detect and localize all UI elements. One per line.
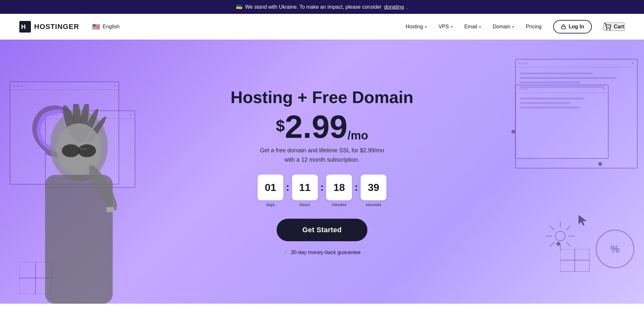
cart-button[interactable]: Cart	[603, 23, 625, 31]
hero-content: Hosting + Free Domain $ 2.99 /mo Get a f…	[231, 87, 413, 256]
nav-item-hosting[interactable]: Hosting ▾	[406, 24, 427, 30]
nav-item-vps[interactable]: VPS ▾	[439, 24, 453, 30]
sep-2: :	[319, 181, 325, 193]
purple-dot-1	[511, 130, 515, 134]
domain-chevron-icon: ▾	[512, 25, 514, 29]
countdown-minutes: 18 minutes	[326, 175, 352, 207]
language-selector[interactable]: 🇺🇸 English	[92, 23, 119, 31]
svg-point-4	[610, 29, 610, 30]
svg-rect-19	[80, 148, 87, 150]
svg-point-17	[62, 144, 80, 157]
seconds-label: seconds	[366, 202, 381, 207]
days-label: days	[266, 202, 275, 207]
svg-text:H: H	[21, 23, 26, 30]
donate-link[interactable]: donating	[384, 4, 404, 10]
guarantee-label: 30-day money-back guarantee	[291, 250, 361, 255]
check-icon: ✓	[283, 249, 288, 256]
countdown-hours: 11 hours	[292, 175, 318, 207]
svg-point-18	[78, 144, 96, 157]
right-decoration: ✕ ✕	[477, 52, 644, 284]
nav-pricing[interactable]: Pricing	[526, 24, 542, 30]
minutes-value: 18	[326, 175, 352, 200]
percent-circle-icon: %	[596, 230, 634, 268]
sunburst-icon	[544, 220, 576, 252]
nav-item-email[interactable]: Email ▾	[464, 24, 481, 30]
nav-hosting-label: Hosting	[406, 24, 423, 30]
nav-item-domain[interactable]: Domain ▾	[493, 24, 514, 30]
hero-title: Hosting + Free Domain	[231, 87, 413, 107]
svg-rect-31	[560, 249, 575, 260]
cart-label: Cart	[614, 24, 624, 30]
hero-section: ✕ ✕	[0, 40, 644, 304]
lock-icon	[561, 24, 566, 29]
minutes-label: minutes	[332, 202, 347, 207]
svg-line-27	[550, 226, 554, 230]
countdown-days: 01 days	[258, 175, 283, 207]
left-decoration: ✕ ✕	[0, 72, 155, 304]
banner-suffix: .	[406, 4, 408, 10]
banner-text: We stand with Ukraine. To make an impact…	[245, 4, 382, 10]
logo-text: HOSTINGER	[34, 23, 79, 31]
ukraine-flag: 🇺🇦	[236, 4, 242, 10]
right-grid-decoration	[560, 249, 592, 275]
countdown-timer: 01 days : 11 hours : 18 minutes : 39 sec…	[231, 175, 413, 207]
svg-line-29	[566, 226, 571, 230]
nav-domain-label: Domain	[493, 24, 510, 30]
subtitle-line1: Get a free domain and lifetime SSL for $…	[260, 147, 384, 154]
hosting-chevron-icon: ▾	[425, 25, 427, 29]
lang-label: English	[103, 24, 119, 30]
svg-line-28	[566, 242, 571, 246]
hero-subtitle: Get a free domain and lifetime SSL for $…	[231, 146, 413, 165]
vps-chevron-icon: ▾	[451, 25, 453, 29]
navbar: H HOSTINGER 🇺🇸 English Hosting ▾ VPS ▾ E…	[0, 14, 644, 40]
svg-point-3	[606, 29, 607, 30]
nav-vps-label: VPS	[439, 24, 449, 30]
login-label: Log In	[569, 24, 584, 30]
svg-rect-2	[562, 26, 565, 29]
nav-links: Hosting ▾ VPS ▾ Email ▾ Domain ▾ Pricing…	[406, 20, 625, 33]
countdown-seconds: 39 seconds	[361, 175, 386, 207]
get-started-button[interactable]: Get Started	[277, 219, 367, 241]
price-period: /mo	[347, 130, 368, 141]
hero-price: $ 2.99 /mo	[231, 110, 413, 143]
lang-flag: 🇺🇸	[92, 23, 100, 31]
sep-3: :	[353, 181, 359, 193]
guarantee-text: ✓ 30-day money-back guarantee	[231, 249, 413, 256]
price-value: 2.99	[285, 110, 348, 143]
svg-line-30	[550, 242, 554, 246]
cursor-icon	[577, 214, 588, 228]
price-dollar-sign: $	[276, 118, 285, 134]
ukraine-banner: 🇺🇦 We stand with Ukraine. To make an imp…	[0, 0, 644, 14]
email-chevron-icon: ▾	[479, 25, 481, 29]
logo[interactable]: H HOSTINGER	[19, 21, 79, 33]
cart-icon	[604, 23, 611, 30]
right-medium-window: ✕	[515, 85, 609, 159]
seconds-value: 39	[361, 175, 386, 200]
sep-1: :	[285, 181, 291, 193]
subtitle-line2: with a 12 month subscription.	[284, 157, 359, 163]
hours-label: hours	[299, 202, 310, 207]
person-image	[26, 104, 132, 304]
days-value: 01	[258, 175, 283, 200]
svg-point-22	[555, 231, 565, 241]
svg-rect-34	[575, 260, 589, 271]
svg-rect-21	[106, 207, 114, 212]
svg-rect-33	[560, 260, 575, 271]
nav-email-label: Email	[464, 24, 477, 30]
hours-value: 11	[292, 175, 318, 200]
svg-rect-32	[575, 249, 589, 260]
purple-dot-2	[598, 162, 602, 166]
login-button[interactable]: Log In	[553, 20, 592, 33]
